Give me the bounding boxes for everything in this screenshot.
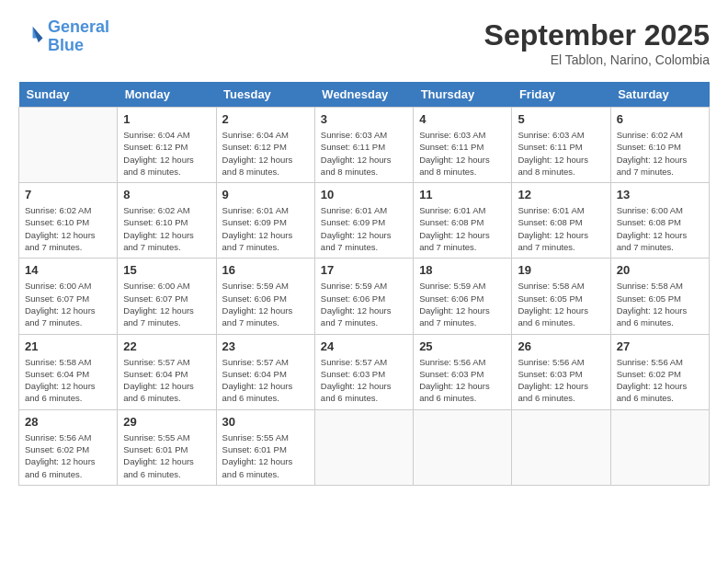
day-number: 9: [222, 188, 309, 201]
day-number: 2: [222, 112, 309, 126]
page-header: General Blue September 2025 El Tablon, N…: [18, 18, 710, 67]
logo-line2: Blue: [48, 36, 84, 54]
day-number: 20: [617, 263, 703, 277]
day-number: 13: [617, 188, 703, 201]
day-number: 17: [321, 263, 407, 277]
logo-icon: [18, 24, 44, 50]
week-row-5: 28Sunrise: 5:56 AMSunset: 6:02 PMDayligh…: [19, 409, 710, 485]
day-number: 4: [419, 112, 506, 126]
logo: General Blue: [18, 18, 109, 55]
day-info: Sunrise: 5:59 AMSunset: 6:06 PMDaylight:…: [419, 280, 506, 328]
day-info: Sunrise: 5:56 AMSunset: 6:02 PMDaylight:…: [617, 356, 703, 405]
day-number: 14: [25, 263, 111, 277]
calendar-cell: 8Sunrise: 6:02 AMSunset: 6:10 PMDaylight…: [118, 183, 216, 259]
calendar-cell: 12Sunrise: 6:01 AMSunset: 6:08 PMDayligh…: [512, 183, 610, 259]
calendar-cell: 6Sunrise: 6:02 AMSunset: 6:10 PMDaylight…: [610, 108, 709, 183]
calendar-cell: 20Sunrise: 5:58 AMSunset: 6:05 PMDayligh…: [610, 259, 709, 334]
day-number: 7: [25, 188, 111, 201]
day-number: 11: [419, 188, 506, 201]
calendar-cell: [610, 409, 709, 485]
day-info: Sunrise: 6:01 AMSunset: 6:08 PMDaylight:…: [419, 204, 506, 253]
day-info: Sunrise: 5:59 AMSunset: 6:06 PMDaylight:…: [222, 280, 309, 328]
logo-line1: General: [48, 17, 109, 36]
calendar-cell: 22Sunrise: 5:57 AMSunset: 6:04 PMDayligh…: [118, 334, 216, 409]
day-number: 28: [25, 415, 111, 429]
logo-text: General Blue: [48, 18, 109, 55]
calendar-cell: 5Sunrise: 6:03 AMSunset: 6:11 PMDaylight…: [512, 108, 610, 183]
calendar-cell: 14Sunrise: 6:00 AMSunset: 6:07 PMDayligh…: [19, 259, 118, 334]
day-number: 23: [222, 339, 309, 353]
day-info: Sunrise: 5:56 AMSunset: 6:03 PMDaylight:…: [518, 356, 604, 405]
day-info: Sunrise: 5:56 AMSunset: 6:03 PMDaylight:…: [419, 356, 506, 405]
day-header-saturday: Saturday: [610, 82, 709, 108]
day-number: 19: [518, 263, 604, 277]
day-number: 26: [518, 339, 604, 353]
day-info: Sunrise: 5:58 AMSunset: 6:05 PMDaylight:…: [617, 280, 703, 328]
calendar-cell: 7Sunrise: 6:02 AMSunset: 6:10 PMDaylight…: [19, 183, 118, 259]
day-info: Sunrise: 5:58 AMSunset: 6:05 PMDaylight:…: [518, 280, 604, 328]
calendar-cell: 26Sunrise: 5:56 AMSunset: 6:03 PMDayligh…: [512, 334, 610, 409]
calendar-table: SundayMondayTuesdayWednesdayThursdayFrid…: [18, 82, 710, 486]
calendar-cell: 2Sunrise: 6:04 AMSunset: 6:12 PMDaylight…: [216, 108, 314, 183]
day-number: 22: [123, 339, 210, 353]
day-info: Sunrise: 5:57 AMSunset: 6:03 PMDaylight:…: [321, 356, 407, 405]
day-header-thursday: Thursday: [414, 82, 512, 108]
day-info: Sunrise: 6:04 AMSunset: 6:12 PMDaylight:…: [222, 129, 309, 178]
day-info: Sunrise: 6:00 AMSunset: 6:07 PMDaylight:…: [123, 280, 210, 328]
day-number: 15: [123, 263, 210, 277]
day-info: Sunrise: 5:55 AMSunset: 6:01 PMDaylight:…: [222, 431, 309, 480]
calendar-cell: 30Sunrise: 5:55 AMSunset: 6:01 PMDayligh…: [216, 409, 314, 485]
calendar-cell: 21Sunrise: 5:58 AMSunset: 6:04 PMDayligh…: [19, 334, 118, 409]
calendar-cell: [19, 108, 118, 183]
day-number: 12: [518, 188, 604, 201]
calendar-cell: 29Sunrise: 5:55 AMSunset: 6:01 PMDayligh…: [118, 409, 216, 485]
day-number: 6: [617, 112, 703, 126]
month-title: September 2025: [484, 18, 710, 52]
day-number: 24: [321, 339, 407, 353]
day-info: Sunrise: 6:02 AMSunset: 6:10 PMDaylight:…: [617, 129, 703, 178]
calendar-cell: 10Sunrise: 6:01 AMSunset: 6:09 PMDayligh…: [314, 183, 413, 259]
day-number: 21: [25, 339, 111, 353]
day-info: Sunrise: 6:01 AMSunset: 6:09 PMDaylight:…: [222, 204, 309, 253]
day-info: Sunrise: 5:56 AMSunset: 6:02 PMDaylight:…: [25, 431, 111, 480]
day-info: Sunrise: 6:01 AMSunset: 6:08 PMDaylight:…: [518, 204, 604, 253]
calendar-cell: [512, 409, 610, 485]
calendar-cell: 23Sunrise: 5:57 AMSunset: 6:04 PMDayligh…: [216, 334, 314, 409]
week-row-3: 14Sunrise: 6:00 AMSunset: 6:07 PMDayligh…: [19, 259, 710, 334]
day-info: Sunrise: 5:58 AMSunset: 6:04 PMDaylight:…: [25, 356, 111, 405]
day-number: 8: [123, 188, 210, 201]
day-number: 30: [222, 415, 309, 429]
day-header-sunday: Sunday: [19, 82, 118, 108]
day-header-monday: Monday: [118, 82, 216, 108]
calendar-cell: [314, 409, 413, 485]
calendar-cell: 16Sunrise: 5:59 AMSunset: 6:06 PMDayligh…: [216, 259, 314, 334]
week-row-4: 21Sunrise: 5:58 AMSunset: 6:04 PMDayligh…: [19, 334, 710, 409]
day-info: Sunrise: 6:03 AMSunset: 6:11 PMDaylight:…: [419, 129, 506, 178]
day-number: 3: [321, 112, 407, 126]
day-number: 27: [617, 339, 703, 353]
day-header-friday: Friday: [512, 82, 610, 108]
location-subtitle: El Tablon, Narino, Colombia: [484, 52, 710, 67]
day-info: Sunrise: 6:00 AMSunset: 6:07 PMDaylight:…: [25, 280, 111, 328]
calendar-cell: 15Sunrise: 6:00 AMSunset: 6:07 PMDayligh…: [118, 259, 216, 334]
day-info: Sunrise: 5:59 AMSunset: 6:06 PMDaylight:…: [321, 280, 407, 328]
day-info: Sunrise: 6:01 AMSunset: 6:09 PMDaylight:…: [321, 204, 407, 253]
calendar-cell: 9Sunrise: 6:01 AMSunset: 6:09 PMDaylight…: [216, 183, 314, 259]
day-number: 25: [419, 339, 506, 353]
day-info: Sunrise: 5:55 AMSunset: 6:01 PMDaylight:…: [123, 431, 210, 480]
week-row-1: 1Sunrise: 6:04 AMSunset: 6:12 PMDaylight…: [19, 108, 710, 183]
day-header-wednesday: Wednesday: [314, 82, 413, 108]
week-row-2: 7Sunrise: 6:02 AMSunset: 6:10 PMDaylight…: [19, 183, 710, 259]
calendar-cell: 24Sunrise: 5:57 AMSunset: 6:03 PMDayligh…: [314, 334, 413, 409]
calendar-cell: 4Sunrise: 6:03 AMSunset: 6:11 PMDaylight…: [414, 108, 512, 183]
calendar-cell: 3Sunrise: 6:03 AMSunset: 6:11 PMDaylight…: [314, 108, 413, 183]
day-info: Sunrise: 6:00 AMSunset: 6:08 PMDaylight:…: [617, 204, 703, 253]
calendar-cell: 27Sunrise: 5:56 AMSunset: 6:02 PMDayligh…: [610, 334, 709, 409]
day-number: 5: [518, 112, 604, 126]
calendar-cell: 18Sunrise: 5:59 AMSunset: 6:06 PMDayligh…: [414, 259, 512, 334]
calendar-cell: 28Sunrise: 5:56 AMSunset: 6:02 PMDayligh…: [19, 409, 118, 485]
calendar-cell: 13Sunrise: 6:00 AMSunset: 6:08 PMDayligh…: [610, 183, 709, 259]
calendar-cell: 1Sunrise: 6:04 AMSunset: 6:12 PMDaylight…: [118, 108, 216, 183]
calendar-cell: 19Sunrise: 5:58 AMSunset: 6:05 PMDayligh…: [512, 259, 610, 334]
day-info: Sunrise: 6:02 AMSunset: 6:10 PMDaylight:…: [25, 204, 111, 253]
